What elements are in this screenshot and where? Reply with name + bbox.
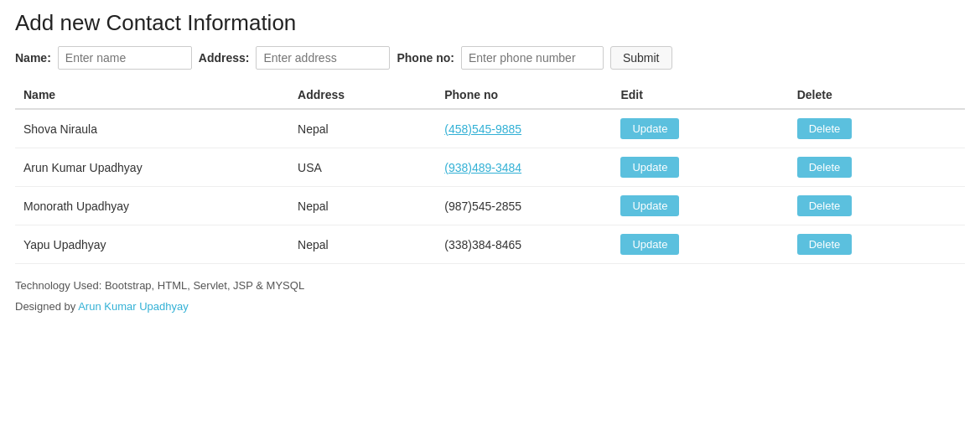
cell-phone[interactable]: (458)545-9885 [436,109,612,148]
cell-address: USA [289,148,436,187]
cell-delete: Delete [789,109,965,148]
address-label: Address: [199,51,250,65]
col-header-address: Address [289,81,436,109]
cell-edit: Update [612,187,788,225]
table-row: Shova NiraulaNepal(458)545-9885UpdateDel… [15,109,965,148]
cell-address: Nepal [289,109,436,148]
cell-name: Yapu Upadhyay [15,225,289,264]
table-row: Monorath UpadhyayNepal(987)545-2855Updat… [15,187,965,225]
update-button[interactable]: Update [620,195,679,216]
cell-name: Arun Kumar Upadhyay [15,148,289,187]
col-header-delete: Delete [789,81,965,109]
cell-name: Shova Niraula [15,109,289,148]
cell-phone: (338)384-8465 [436,225,612,264]
cell-phone: (987)545-2855 [436,187,612,225]
cell-phone[interactable]: (938)489-3484 [436,148,612,187]
col-header-phone: Phone no [436,81,612,109]
contacts-table: Name Address Phone no Edit Delete Shova … [15,81,965,264]
update-button[interactable]: Update [620,157,679,178]
col-header-name: Name [15,81,289,109]
cell-delete: Delete [789,148,965,187]
table-header-row: Name Address Phone no Edit Delete [15,81,965,109]
delete-button[interactable]: Delete [797,118,853,139]
cell-address: Nepal [289,225,436,264]
name-input[interactable] [58,46,192,70]
designer-footer: Designed by Arun Kumar Upadhyay [15,300,965,313]
designer-link[interactable]: Arun Kumar Upadhyay [78,300,189,313]
col-header-edit: Edit [612,81,788,109]
update-button[interactable]: Update [620,234,679,255]
contact-form: Name: Address: Phone no: Submit [15,46,965,70]
phone-label: Phone no: [397,51,454,65]
delete-button[interactable]: Delete [797,234,853,255]
designer-prefix: Designed by [15,300,78,313]
cell-delete: Delete [789,187,965,225]
delete-button[interactable]: Delete [797,157,853,178]
phone-link[interactable]: (938)489-3484 [444,161,521,174]
cell-edit: Update [612,109,788,148]
cell-name: Monorath Upadhyay [15,187,289,225]
submit-button[interactable]: Submit [610,46,672,70]
table-row: Yapu UpadhyayNepal(338)384-8465UpdateDel… [15,225,965,264]
phone-input[interactable] [461,46,604,70]
cell-delete: Delete [789,225,965,264]
cell-address: Nepal [289,187,436,225]
name-label: Name: [15,51,51,65]
phone-link[interactable]: (458)545-9885 [444,122,521,136]
table-row: Arun Kumar UpadhyayUSA(938)489-3484Updat… [15,148,965,187]
page-title: Add new Contact Information [15,10,965,36]
cell-edit: Update [612,148,788,187]
address-input[interactable] [256,46,390,70]
cell-edit: Update [612,225,788,264]
update-button[interactable]: Update [620,118,679,139]
delete-button[interactable]: Delete [797,195,853,216]
tech-footer: Technology Used: Bootstrap, HTML, Servle… [15,279,965,292]
